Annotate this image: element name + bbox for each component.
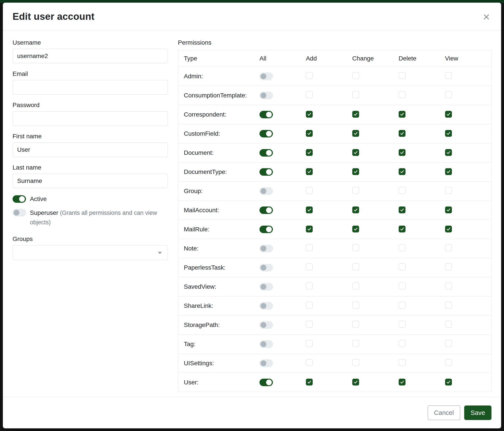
permission-all-toggle[interactable] (260, 321, 273, 329)
permission-all-toggle[interactable] (260, 226, 273, 233)
permission-change-checkbox[interactable] (352, 72, 359, 79)
permission-add-checkbox[interactable] (306, 130, 313, 137)
permission-all-toggle[interactable] (260, 264, 273, 271)
close-button[interactable] (481, 12, 491, 22)
permission-delete-checkbox[interactable] (399, 111, 405, 118)
permission-delete-checkbox[interactable] (399, 359, 405, 366)
permission-view-checkbox[interactable] (445, 130, 452, 137)
permission-delete-checkbox[interactable] (399, 72, 405, 79)
permission-view-checkbox[interactable] (445, 91, 452, 98)
permission-add-checkbox[interactable] (306, 302, 313, 308)
permission-change-checkbox[interactable] (352, 130, 359, 137)
permission-delete-checkbox[interactable] (399, 379, 405, 386)
permission-all-toggle[interactable] (260, 111, 273, 118)
permission-view-checkbox[interactable] (445, 379, 452, 386)
permission-add-checkbox[interactable] (306, 149, 313, 156)
cancel-button[interactable]: Cancel (428, 405, 460, 420)
email-input[interactable] (13, 80, 168, 95)
permission-view-checkbox[interactable] (445, 111, 452, 118)
permission-all-toggle[interactable] (260, 302, 273, 310)
permission-delete-checkbox[interactable] (399, 321, 405, 328)
permission-view-checkbox[interactable] (445, 187, 452, 194)
permission-view-checkbox[interactable] (445, 340, 452, 347)
permission-add-checkbox[interactable] (306, 91, 313, 98)
permission-change-checkbox[interactable] (352, 302, 359, 308)
permission-all-toggle[interactable] (260, 341, 273, 348)
permission-add-checkbox[interactable] (306, 359, 313, 366)
save-button[interactable]: Save (464, 405, 491, 420)
permission-change-checkbox[interactable] (352, 379, 359, 386)
first-name-field-group: First name (13, 133, 168, 157)
permission-add-checkbox[interactable] (306, 187, 313, 194)
permission-change-checkbox[interactable] (352, 149, 359, 156)
last-name-input[interactable] (13, 174, 168, 188)
permission-change-checkbox[interactable] (352, 263, 359, 270)
password-input[interactable] (13, 111, 168, 126)
groups-field-group: Groups (13, 235, 168, 260)
permission-all-toggle[interactable] (260, 379, 273, 386)
username-input[interactable] (13, 49, 168, 63)
permission-delete-checkbox[interactable] (399, 226, 405, 233)
permission-view-checkbox[interactable] (445, 226, 452, 233)
permission-add-checkbox[interactable] (306, 263, 313, 270)
permission-change-checkbox[interactable] (352, 207, 359, 213)
permission-add-checkbox[interactable] (306, 111, 313, 118)
permission-all-toggle[interactable] (260, 168, 273, 176)
permission-all-toggle[interactable] (260, 187, 273, 195)
permission-delete-checkbox[interactable] (399, 244, 405, 251)
permission-view-checkbox[interactable] (445, 72, 452, 79)
permission-all-toggle[interactable] (260, 92, 273, 99)
permission-all-toggle[interactable] (260, 283, 273, 290)
permission-change-checkbox[interactable] (352, 91, 359, 98)
permission-view-checkbox[interactable] (445, 263, 452, 270)
permission-delete-checkbox[interactable] (399, 187, 405, 194)
permission-view-checkbox[interactable] (445, 244, 452, 251)
permission-change-checkbox[interactable] (352, 340, 359, 347)
permission-view-checkbox[interactable] (445, 168, 452, 175)
permission-delete-checkbox[interactable] (399, 302, 405, 308)
permission-change-checkbox[interactable] (352, 283, 359, 289)
permission-view-checkbox[interactable] (445, 149, 452, 156)
permission-all-toggle[interactable] (260, 130, 273, 137)
active-toggle[interactable] (13, 195, 26, 203)
permission-delete-checkbox[interactable] (399, 263, 405, 270)
permission-view-checkbox[interactable] (445, 207, 452, 213)
permission-change-checkbox[interactable] (352, 168, 359, 175)
permission-add-checkbox[interactable] (306, 379, 313, 386)
permission-view-checkbox[interactable] (445, 359, 452, 366)
permission-delete-checkbox[interactable] (399, 149, 405, 156)
last-name-label: Last name (13, 164, 168, 171)
permission-change-checkbox[interactable] (352, 321, 359, 328)
permission-delete-checkbox[interactable] (399, 91, 405, 98)
permission-all-toggle[interactable] (260, 359, 273, 367)
permission-add-checkbox[interactable] (306, 226, 313, 233)
permission-add-checkbox[interactable] (306, 207, 313, 213)
permission-delete-checkbox[interactable] (399, 340, 405, 347)
permission-view-checkbox[interactable] (445, 283, 452, 289)
permission-add-checkbox[interactable] (306, 283, 313, 289)
toggle-knob (266, 379, 272, 385)
permission-delete-checkbox[interactable] (399, 283, 405, 289)
permission-add-checkbox[interactable] (306, 244, 313, 251)
permission-view-checkbox[interactable] (445, 321, 452, 328)
permission-delete-checkbox[interactable] (399, 168, 405, 175)
permission-all-toggle[interactable] (260, 245, 273, 252)
permission-all-toggle[interactable] (260, 149, 273, 157)
superuser-toggle[interactable] (13, 209, 26, 216)
permission-change-checkbox[interactable] (352, 244, 359, 251)
groups-select[interactable] (13, 245, 168, 260)
permission-change-checkbox[interactable] (352, 187, 359, 194)
permission-add-checkbox[interactable] (306, 321, 313, 328)
permission-all-toggle[interactable] (260, 72, 273, 80)
permission-delete-checkbox[interactable] (399, 130, 405, 137)
permission-all-toggle[interactable] (260, 207, 273, 214)
first-name-input[interactable] (13, 143, 168, 157)
permission-add-checkbox[interactable] (306, 168, 313, 175)
permission-delete-checkbox[interactable] (399, 207, 405, 213)
permission-change-checkbox[interactable] (352, 226, 359, 233)
permission-add-checkbox[interactable] (306, 340, 313, 347)
permission-change-checkbox[interactable] (352, 359, 359, 366)
permission-view-checkbox[interactable] (445, 302, 452, 308)
permission-add-checkbox[interactable] (306, 72, 313, 79)
permission-change-checkbox[interactable] (352, 111, 359, 118)
